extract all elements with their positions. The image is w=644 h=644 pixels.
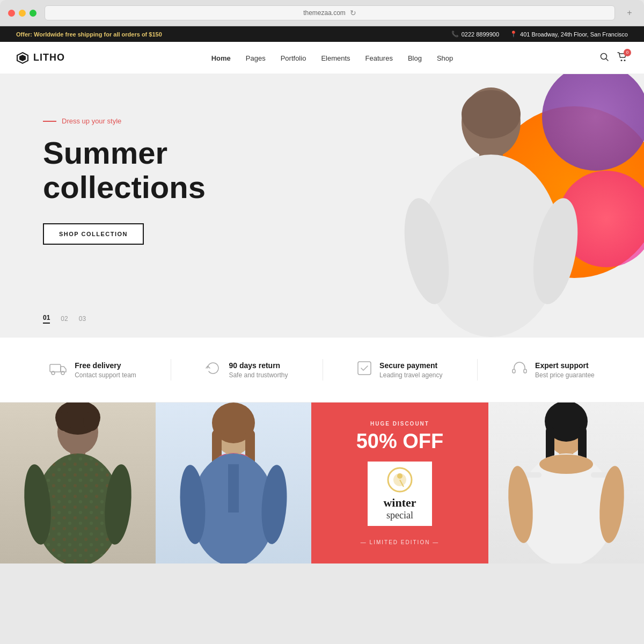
promo-badge-text: winter [383,496,416,510]
phone-number: 0222 8899900 [462,31,499,38]
svg-point-52 [539,455,593,474]
feature-delivery-text: Free delivery Contact support team [75,361,136,379]
nav-item-pages[interactable]: Pages [246,53,266,63]
hero-title: Summer collections [43,136,236,204]
feature-divider-1 [171,359,171,380]
product-card-girl[interactable] [156,402,311,564]
feature-support-subtitle: Best price guarantee [535,371,595,379]
feature-delivery-subtitle: Contact support team [75,371,136,379]
svg-marker-1 [19,55,26,61]
tagline-text: Dress up your style [62,117,121,125]
website-content: Offer: Worldwide free shipping for all o… [0,26,644,564]
logo-icon [16,52,29,64]
promo-tag: HUGE DISCOUNT [370,421,429,427]
page-3[interactable]: 03 [79,315,86,323]
feature-return: 90 days return Safe and trustworthy [206,361,288,379]
phone-item: 📞 0222 8899900 [451,31,499,38]
close-button[interactable] [8,10,15,17]
location-icon: 📍 [510,31,517,38]
feature-delivery: Free delivery Contact support team [49,361,136,379]
support-icon [512,361,527,379]
product-card-woman[interactable] [488,402,644,564]
page-2[interactable]: 02 [61,315,68,323]
product-card-promo[interactable]: HUGE DISCOUNT 50% OFF winter special [311,402,488,564]
girl-figure [156,402,311,564]
hero-model-area [370,74,612,337]
boy-figure [0,402,156,564]
offer-detail: Worldwide free shipping for all orders o… [34,31,162,38]
svg-point-2 [601,53,607,59]
promo-discount: 50% OFF [356,430,444,453]
address-bar[interactable]: themezaa.com ↻ [45,5,615,20]
hero-content: Dress up your style Summer collections S… [0,74,279,288]
traffic-lights [8,10,36,17]
svg-rect-17 [524,369,526,373]
svg-rect-12 [50,364,61,372]
feature-support-title: Expert support [535,361,595,370]
products-section: HUGE DISCOUNT 50% OFF winter special [0,402,644,564]
svg-point-20 [56,412,72,431]
feature-payment-title: Secure payment [379,361,442,370]
svg-rect-37 [228,464,239,513]
shop-collection-button[interactable]: SHOP COLLECTION [43,223,144,245]
address-item: 📍 401 Broadway, 24th Floor, San Francisc… [510,31,628,38]
return-icon [206,361,221,379]
offer-text: Offer: Worldwide free shipping for all o… [16,31,162,38]
payment-icon [357,361,371,379]
search-icon[interactable] [599,52,609,64]
nav-item-shop[interactable]: Shop [437,53,453,63]
browser-titlebar: themezaa.com ↻ + [0,0,644,26]
features-bar: Free delivery Contact support team 90 da… [0,337,644,402]
nav-item-portfolio[interactable]: Portfolio [281,53,306,63]
promo-badge-sub: special [383,510,416,522]
hero-tagline: Dress up your style [43,117,236,125]
feature-delivery-title: Free delivery [75,361,136,370]
nav-item-blog[interactable]: Blog [408,53,422,63]
page-1[interactable]: 01 [43,314,50,324]
nav-links: Home Pages Portfolio Elements Features B… [211,53,453,63]
promo-badge: winter special [368,462,432,526]
feature-return-text: 90 days return Safe and trustworthy [229,361,288,379]
svg-point-4 [621,60,623,61]
feature-payment-subtitle: Leading travel agency [379,371,442,379]
feature-payment: Secure payment Leading travel agency [357,361,442,379]
promo-limited: — LIMITED EDITION — [361,539,439,545]
svg-point-42 [397,473,402,479]
hero-section: Dress up your style Summer collections S… [0,74,644,337]
svg-point-21 [83,412,99,431]
product-card-boy[interactable] [0,402,156,564]
feature-support-text: Expert support Best price guarantee [535,361,595,379]
minimize-button[interactable] [19,10,26,17]
feature-return-subtitle: Safe and trustworthy [229,371,288,379]
svg-rect-16 [513,369,515,373]
new-tab-button[interactable]: + [623,6,636,19]
nav-item-elements[interactable]: Elements [321,53,350,63]
woman-figure [488,402,644,564]
phone-icon: 📞 [451,31,459,38]
logo[interactable]: LITHO [16,52,65,64]
svg-point-7 [462,90,521,138]
maximize-button[interactable] [30,10,36,17]
main-navigation: LITHO Home Pages Portfolio Elements Feat… [0,42,644,74]
feature-support: Expert support Best price guarantee [512,361,595,379]
nav-item-home[interactable]: Home [211,53,231,63]
browser-window: themezaa.com ↻ + Offer: Worldwide free s… [0,0,644,564]
badge-decoration [386,466,413,493]
svg-rect-15 [358,362,371,375]
cart-icon[interactable]: 0 [617,52,628,64]
hero-pagination: 01 02 03 [43,314,86,324]
feature-divider-2 [323,359,323,380]
person-figure-svg [400,74,582,337]
feature-payment-text: Secure payment Leading travel agency [379,361,442,379]
svg-line-3 [606,58,609,61]
logo-text: LITHO [33,52,65,63]
delivery-icon [49,361,67,379]
svg-point-5 [624,60,626,61]
tagline-decoration [43,121,56,122]
feature-divider-3 [477,359,478,380]
nav-item-features[interactable]: Features [365,53,393,63]
refresh-icon[interactable]: ↻ [350,9,356,17]
address-text: 401 Broadway, 24th Floor, San Francisco [520,31,628,38]
feature-return-title: 90 days return [229,361,288,370]
cart-badge: 0 [624,49,631,56]
